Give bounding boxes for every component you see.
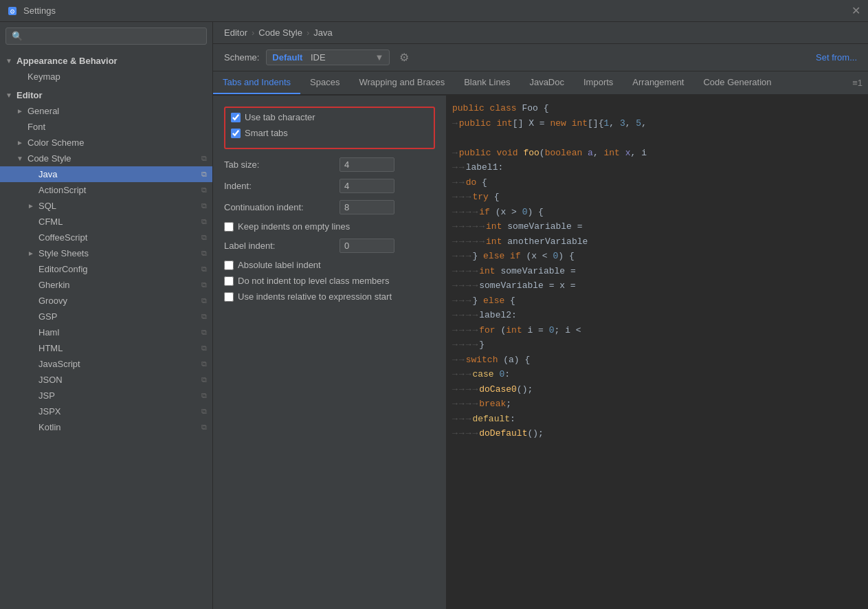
use-indents-relative-label[interactable]: Use indents relative to expression start [238, 291, 392, 302]
sidebar-item-haml[interactable]: Haml ⧉ [0, 324, 212, 340]
indent-input[interactable] [340, 179, 394, 193]
sidebar-item-json[interactable]: JSON ⧉ [0, 372, 212, 388]
sidebar-item-editorconfig[interactable]: EditorConfig ⧉ [0, 261, 212, 277]
scheme-dropdown[interactable]: Default IDE ▼ [266, 49, 390, 65]
sidebar-item-sql[interactable]: SQL ⧉ [0, 198, 212, 214]
use-tab-character-label[interactable]: Use tab character [245, 112, 315, 122]
copy-icon: ⧉ [201, 423, 207, 432]
expand-arrow [5, 91, 14, 99]
tab-code-generation[interactable]: Code Generation [693, 71, 781, 94]
copy-icon: ⧉ [201, 217, 207, 226]
sidebar-item-font[interactable]: Font [0, 119, 212, 135]
sidebar-item-jspx[interactable]: JSPX ⧉ [0, 403, 212, 419]
indent-row: Indent: [224, 179, 435, 193]
sidebar-item-editor[interactable]: Editor [0, 87, 212, 103]
indent-label: Indent: [224, 181, 334, 191]
copy-icon: ⧉ [201, 359, 207, 368]
tab-size-input[interactable] [340, 157, 394, 172]
absolute-label-indent-checkbox[interactable] [224, 261, 234, 270]
preview-panel: public class Foo { → public int[] X = ne… [447, 96, 868, 609]
search-input[interactable] [27, 31, 201, 41]
sidebar-item-html[interactable]: HTML ⧉ [0, 340, 212, 356]
scheme-default-label: Default [272, 52, 302, 63]
sidebar-item-cfml[interactable]: CFML ⧉ [0, 214, 212, 230]
scheme-row: Scheme: Default IDE ▼ ⚙ Set from... [213, 44, 868, 71]
tab-size-row: Tab size: [224, 157, 435, 172]
search-box[interactable]: 🔍 [5, 27, 207, 45]
copy-icon: ⧉ [201, 170, 207, 179]
do-not-indent-label[interactable]: Do not indent top level class members [238, 276, 389, 286]
sidebar-item-groovy[interactable]: Groovy ⧉ [0, 293, 212, 309]
continuation-indent-row: Continuation indent: [224, 200, 435, 214]
expand-arrow [16, 107, 25, 115]
breadcrumb: Editor › Code Style › Java [213, 22, 868, 44]
tab-size-label: Tab size: [224, 159, 334, 170]
set-from-link[interactable]: Set from... [816, 52, 857, 63]
code-line-7: →→→ try { [447, 190, 868, 205]
sidebar-item-keymap[interactable]: Keymap [0, 69, 212, 85]
smart-tabs-checkbox[interactable] [231, 129, 241, 138]
label-indent-input[interactable] [340, 239, 394, 253]
tab-blank-lines[interactable]: Blank Lines [454, 71, 520, 94]
sidebar-item-actionscript[interactable]: ActionScript ⧉ [0, 182, 212, 198]
content-area: Editor › Code Style › Java Scheme: Defau… [213, 22, 868, 609]
close-button[interactable]: ✕ [850, 5, 861, 16]
tabs-overflow[interactable]: ≡1 [847, 72, 868, 93]
code-line-1: public class Foo { [447, 101, 868, 116]
sidebar-item-javascript[interactable]: JavaScript ⧉ [0, 356, 212, 372]
smart-tabs-row: Smart tabs [231, 128, 428, 138]
tab-wrapping-and-braces[interactable]: Wrapping and Braces [349, 71, 454, 94]
gear-button[interactable]: ⚙ [397, 49, 412, 65]
scheme-ide-label [305, 52, 308, 63]
continuation-indent-label: Continuation indent: [224, 202, 334, 212]
code-line-9: →→→→→ int someVariable = [447, 219, 868, 234]
use-indents-relative-checkbox[interactable] [224, 292, 234, 302]
sidebar-item-gherkin[interactable]: Gherkin ⧉ [0, 277, 212, 293]
expand-arrow [16, 155, 25, 162]
do-not-indent-checkbox[interactable] [224, 276, 234, 286]
copy-icon: ⧉ [201, 186, 207, 195]
sidebar-item-jsp[interactable]: JSP ⧉ [0, 388, 212, 403]
sidebar-item-general[interactable]: General [0, 103, 212, 119]
highlighted-checkboxes: → → Use tab character Smart tabs [224, 107, 435, 149]
tab-imports[interactable]: Imports [574, 71, 623, 94]
keep-indents-label[interactable]: Keep indents on empty lines [238, 221, 350, 232]
breadcrumb-sep1: › [252, 27, 254, 38]
keep-indents-checkbox[interactable] [224, 222, 234, 232]
copy-icon: ⧉ [201, 375, 207, 384]
tabs-bar: Tabs and Indents Spaces Wrapping and Bra… [213, 71, 868, 96]
expand-arrow [5, 57, 14, 65]
sidebar-item-coffeescript[interactable]: CoffeeScript ⧉ [0, 230, 212, 245]
copy-icon: ⧉ [201, 280, 207, 289]
code-line-15: →→→→ label2: [447, 308, 868, 323]
code-line-5: →→ label1: [447, 160, 868, 175]
copy-icon: ⧉ [201, 296, 207, 305]
tab-tabs-and-indents[interactable]: Tabs and Indents [213, 71, 300, 94]
smart-tabs-label[interactable]: Smart tabs [245, 128, 288, 138]
keep-indents-row: Keep indents on empty lines [224, 221, 435, 232]
tab-spaces[interactable]: Spaces [300, 71, 349, 94]
tab-arrangement[interactable]: Arrangement [623, 71, 693, 94]
sidebar-item-kotlin[interactable]: Kotlin ⧉ [0, 419, 212, 435]
code-line-10: →→→→→ int anotherVariable [447, 234, 868, 250]
copy-icon: ⧉ [201, 265, 207, 274]
sidebar-tree: Appearance & Behavior Keymap Editor Gene… [0, 50, 212, 609]
sidebar-item-appearance[interactable]: Appearance & Behavior [0, 53, 212, 69]
continuation-indent-input[interactable] [340, 200, 394, 214]
sidebar-item-color-scheme[interactable]: Color Scheme [0, 135, 212, 151]
expand-arrow [27, 202, 36, 210]
sidebar-item-style-sheets[interactable]: Style Sheets ⧉ [0, 245, 212, 261]
sidebar-item-code-style[interactable]: Code Style ⧉ [0, 151, 212, 166]
breadcrumb-sep2: › [307, 27, 309, 38]
sidebar-item-gsp[interactable]: GSP ⧉ [0, 309, 212, 324]
settings-preview: → → Use tab character Smart tabs [213, 96, 868, 609]
copy-icon: ⧉ [201, 249, 207, 258]
code-line-4: → public void foo(boolean a, int x, i [447, 146, 868, 161]
sidebar-item-java[interactable]: Java ⧉ [0, 166, 212, 182]
tab-javadoc[interactable]: JavaDoc [520, 71, 574, 94]
use-tab-character-checkbox[interactable] [231, 113, 241, 122]
do-not-indent-row: Do not indent top level class members [224, 276, 435, 286]
dropdown-arrow: ▼ [375, 52, 383, 63]
absolute-label-indent-label[interactable]: Absolute label indent [238, 260, 321, 270]
code-line-22: →→→ default: [447, 412, 868, 427]
